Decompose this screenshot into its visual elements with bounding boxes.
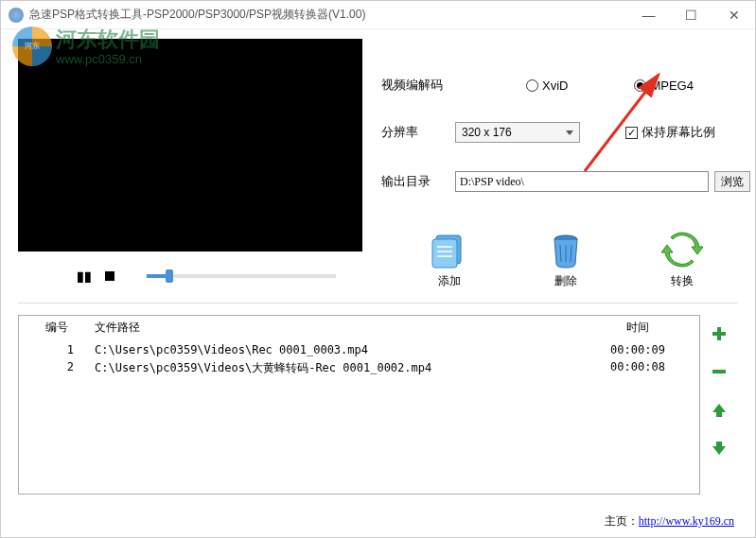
codec-label: 视频编解码	[381, 77, 455, 94]
pause-button[interactable]: ▮▮	[77, 269, 92, 284]
table-row[interactable]: 2 C:\Users\pc0359\Videos\大黄蜂转码-Rec 0001_…	[19, 358, 699, 378]
output-dir-input[interactable]	[455, 171, 709, 192]
table-header: 编号 文件路径 时间	[19, 316, 699, 341]
trash-icon	[543, 230, 589, 269]
footer: 主页：http://www.ky169.cn	[605, 513, 734, 529]
resolution-label: 分辨率	[381, 124, 455, 141]
radio-icon	[526, 79, 538, 92]
titlebar: 急速PSP格式转换工具-PSP2000/PSP3000/PSP视频转换器(V1.…	[1, 1, 755, 29]
add-icon	[427, 230, 472, 269]
table-row[interactable]: 1 C:\Users\pc0359\Videos\Rec 0001_0003.m…	[19, 341, 699, 358]
divider	[18, 303, 738, 304]
codec-mpeg4-radio[interactable]: MPEG4	[634, 78, 694, 93]
close-button[interactable]: ✕	[712, 2, 755, 28]
remove-list-button[interactable]	[710, 362, 729, 381]
add-list-button[interactable]	[710, 324, 729, 343]
resolution-select[interactable]: 320 x 176	[455, 122, 580, 143]
move-down-button[interactable]	[710, 438, 729, 457]
convert-icon	[659, 230, 705, 269]
keep-aspect-checkbox[interactable]: 保持屏幕比例	[625, 124, 715, 141]
checkbox-icon	[625, 127, 638, 139]
add-button[interactable]: 添加	[427, 230, 472, 289]
delete-button[interactable]: 删除	[543, 230, 589, 289]
file-list[interactable]: 编号 文件路径 时间 1 C:\Users\pc0359\Videos\Rec …	[18, 315, 700, 495]
video-preview	[18, 39, 362, 252]
app-icon	[9, 8, 24, 23]
radio-icon	[634, 79, 646, 92]
codec-xvid-radio[interactable]: XviD	[526, 78, 568, 93]
stop-button[interactable]	[105, 269, 114, 284]
convert-button[interactable]: 转换	[659, 230, 705, 289]
maximize-button[interactable]: ☐	[670, 2, 712, 28]
move-up-button[interactable]	[710, 400, 729, 419]
homepage-link[interactable]: http://www.ky169.cn	[639, 514, 734, 528]
window-title: 急速PSP格式转换工具-PSP2000/PSP3000/PSP视频转换器(V1.…	[29, 7, 627, 23]
svg-rect-1	[432, 239, 457, 268]
browse-button[interactable]: 浏览	[714, 171, 750, 192]
minimize-button[interactable]: —	[627, 2, 670, 28]
outdir-label: 输出目录	[381, 173, 455, 190]
seek-slider[interactable]	[147, 274, 336, 278]
